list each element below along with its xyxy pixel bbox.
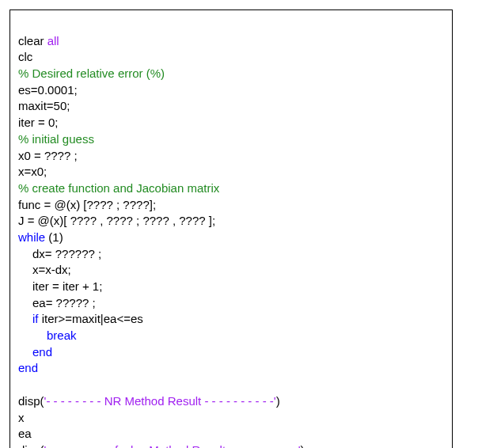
code-line: J = @(x)[ ???? , ???? ; ???? , ???? ]; [18,214,215,227]
code-line: break [18,328,77,344]
code-line: es=0.0001; [18,83,78,97]
code-box: clear all clc % Desired relative error (… [9,9,453,448]
code-line: x0 = ???? ; [18,149,78,162]
code-line: if iter>=maxit|ea<=es [18,311,143,328]
code-line: x=x-dx; [18,262,71,279]
code-line: disp('- - - - - - - - NR Method Result -… [18,394,280,408]
code-line: x=x0; [18,165,47,178]
code-line: iter = iter + 1; [18,279,102,295]
code-comment: % create function and Jacobian matrix [18,181,219,195]
code-line: dx= ?????? ; [18,246,101,263]
code-line: clc [18,50,32,63]
code-line: disp(' - - - - - - - - - fsolve Method R… [18,443,305,448]
code-line: end [18,344,52,361]
code-comment: % Desired relative error (%) [18,66,165,80]
code-line: ea [18,427,32,440]
code-line: ea= ????? ; [18,295,96,312]
code-line: end [18,361,38,374]
code-comment: % initial guess [18,132,94,146]
code-line: clear all [18,34,59,47]
code-line: while (1) [18,230,63,244]
code-line: maxit=50; [18,99,70,112]
code-line: iter = 0; [18,116,58,129]
code-line: x [18,411,25,424]
code-line: func = @(x) [???? ; ????]; [18,198,156,211]
